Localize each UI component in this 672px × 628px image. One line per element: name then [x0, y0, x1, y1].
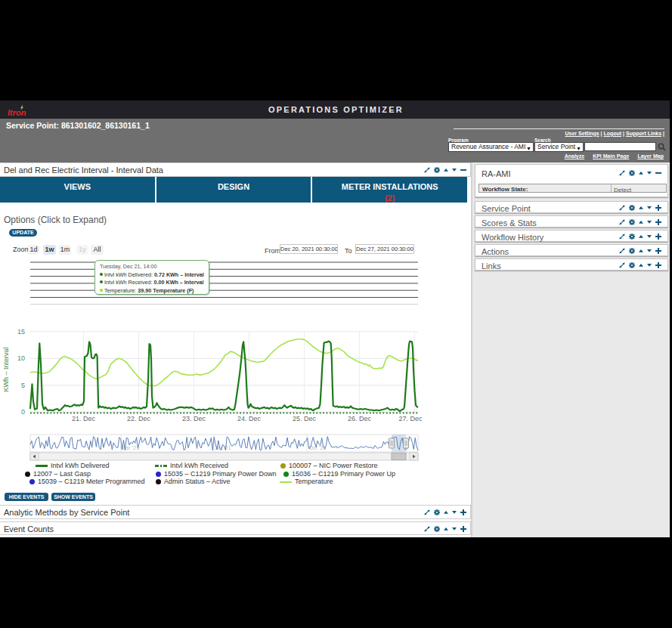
- svg-text:25. Dec: 25. Dec: [293, 415, 317, 422]
- svg-text:26. Dec: 26. Dec: [348, 415, 372, 422]
- svg-text:27. Dec: 27. Dec: [398, 415, 423, 422]
- svg-text:5: 5: [21, 382, 25, 389]
- svg-text:22. Dec: 22. Dec: [127, 415, 151, 422]
- svg-text:KWh – Interval: KWh – Interval: [2, 347, 10, 391]
- svg-text:23. Dec: 23. Dec: [182, 415, 206, 422]
- svg-text:Mar '21: Mar '21: [121, 444, 140, 451]
- svg-text:24. Dec: 24. Dec: [237, 415, 262, 422]
- svg-text:10: 10: [17, 354, 25, 362]
- svg-text:21. Dec: 21. Dec: [72, 415, 96, 422]
- svg-text:15: 15: [17, 328, 25, 336]
- svg-text:0: 0: [21, 408, 25, 416]
